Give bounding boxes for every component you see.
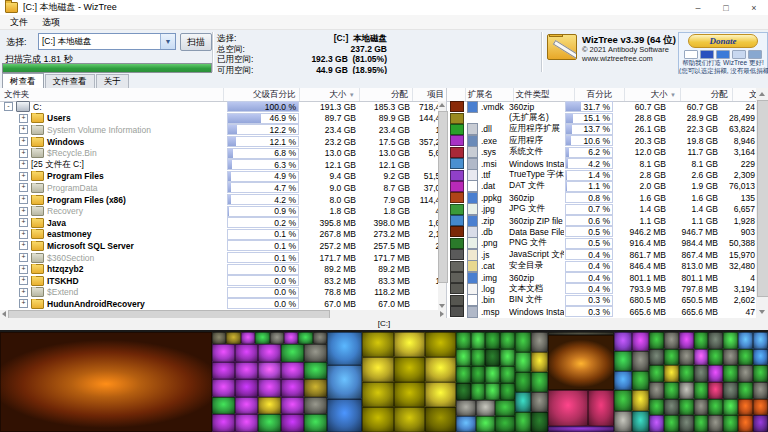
ext-row[interactable]: .img360zip0.4 %801.1 MB801.1 MB4 bbox=[447, 272, 756, 283]
treemap-cell[interactable] bbox=[500, 383, 515, 400]
treemap-cell[interactable] bbox=[235, 397, 258, 415]
treemap-cell[interactable] bbox=[679, 382, 694, 399]
treemap-cell[interactable] bbox=[471, 366, 486, 383]
tree-hscrollbar[interactable] bbox=[0, 310, 446, 318]
treemap-cell[interactable] bbox=[258, 362, 281, 380]
treemap-cell[interactable] bbox=[664, 382, 679, 399]
treemap-block[interactable] bbox=[304, 344, 327, 432]
tree-row[interactable]: +$Extend0.0 %78.8 MB118.2 MB2 bbox=[0, 287, 446, 299]
ext-row[interactable]: .cat安全目录0.4 %846.4 MB813.0 MB32,480 bbox=[447, 260, 756, 271]
treemap-block[interactable] bbox=[456, 332, 514, 400]
treemap-cell[interactable] bbox=[394, 332, 425, 357]
treemap-cell[interactable] bbox=[708, 365, 723, 382]
treemap-cell[interactable] bbox=[281, 414, 304, 432]
expand-icon[interactable]: + bbox=[19, 195, 28, 204]
expand-icon[interactable]: + bbox=[19, 265, 28, 274]
treemap-cell[interactable] bbox=[281, 397, 304, 415]
column-header-items[interactable]: 项目 bbox=[413, 88, 446, 101]
treemap-cell[interactable] bbox=[362, 407, 393, 432]
column-header-type[interactable]: 文件类型 bbox=[514, 88, 576, 101]
column-header-size[interactable]: 大小 ▼ bbox=[300, 88, 359, 101]
tree-row[interactable]: +Microsoft SQL Server0.1 %257.2 MB257.5 … bbox=[0, 240, 446, 252]
treemap-cell[interactable] bbox=[212, 332, 226, 344]
treemap-cell[interactable] bbox=[531, 352, 548, 372]
treemap-cell[interactable] bbox=[425, 382, 456, 407]
expand-icon[interactable]: + bbox=[19, 207, 28, 216]
treemap-cell[interactable] bbox=[485, 349, 500, 366]
treemap-cell[interactable] bbox=[362, 332, 393, 357]
treemap-block[interactable] bbox=[515, 332, 548, 432]
treemap-cell[interactable] bbox=[515, 372, 532, 392]
treemap-cell[interactable] bbox=[471, 349, 486, 366]
treemap-cell[interactable] bbox=[270, 332, 284, 344]
ext-row[interactable]: .sys系统文件6.2 %12.0 GB11.7 GB3,164 bbox=[447, 147, 756, 158]
treemap-cell[interactable] bbox=[362, 382, 393, 407]
tree-row[interactable]: +Recovery0.9 %1.8 GB1.8 GB44 bbox=[0, 205, 446, 217]
tab-关于[interactable]: 关于 bbox=[96, 74, 129, 88]
ext-row[interactable]: .dbData Base File0.5 %946.2 MB946.7 MB90… bbox=[447, 226, 756, 237]
treemap-cell[interactable] bbox=[708, 332, 723, 349]
treemap-cell[interactable] bbox=[241, 332, 255, 344]
treemap-block[interactable] bbox=[548, 335, 615, 390]
treemap-cell[interactable] bbox=[531, 332, 548, 352]
tree-row[interactable]: +Windows12.1 %23.2 GB17.5 GB357,28 bbox=[0, 136, 446, 148]
treemap-cell[interactable] bbox=[212, 379, 235, 397]
treemap-cell[interactable] bbox=[614, 411, 631, 432]
expand-icon[interactable]: + bbox=[19, 230, 28, 239]
close-button[interactable]: × bbox=[740, 3, 768, 13]
treemap-cell[interactable] bbox=[500, 366, 515, 383]
expand-icon[interactable]: + bbox=[19, 183, 28, 192]
tree-vscrollbar[interactable] bbox=[438, 101, 446, 310]
treemap-cell[interactable] bbox=[304, 362, 327, 380]
menu-item-file[interactable]: 文件 bbox=[3, 16, 35, 29]
treemap-cell[interactable] bbox=[500, 332, 515, 349]
maximize-button[interactable]: □ bbox=[712, 3, 740, 13]
ext-row[interactable]: .exe应用程序10.6 %20.3 GB19.8 GB8,946 bbox=[447, 135, 756, 146]
treemap-cell[interactable] bbox=[515, 412, 532, 432]
treemap-cell[interactable] bbox=[495, 400, 514, 416]
website-link[interactable]: www.wiztreefree.com bbox=[582, 54, 676, 63]
treemap-cell[interactable] bbox=[531, 412, 548, 432]
treemap-cell[interactable] bbox=[304, 379, 327, 397]
treemap-cell[interactable] bbox=[738, 365, 753, 382]
column-header-percent[interactable]: 父级百分比 bbox=[224, 88, 301, 101]
treemap[interactable] bbox=[0, 332, 768, 432]
treemap-cell[interactable] bbox=[649, 349, 664, 366]
ext-row[interactable]: .msiWindows Installer4.2 %8.1 GB8.1 GB22… bbox=[447, 158, 756, 169]
treemap-block[interactable] bbox=[614, 390, 649, 432]
treemap-cell[interactable] bbox=[495, 416, 514, 432]
treemap-cell[interactable] bbox=[476, 416, 495, 432]
tree-row[interactable]: -C:100.0 %191.3 GB185.3 GB718,49 bbox=[0, 101, 446, 113]
treemap-cell[interactable] bbox=[753, 382, 768, 399]
treemap-cell[interactable] bbox=[284, 332, 298, 344]
treemap-cell[interactable] bbox=[632, 371, 649, 390]
treemap-block[interactable] bbox=[212, 332, 327, 344]
tree-row[interactable]: +eastmoney0.1 %267.8 MB273.2 MB2,17 bbox=[0, 229, 446, 241]
treemap-cell[interactable] bbox=[281, 379, 304, 397]
expand-icon[interactable]: + bbox=[19, 137, 28, 146]
treemap-cell[interactable] bbox=[738, 415, 753, 432]
ext-row[interactable]: .zip360zip ZIP file0.6 %1.1 GB1.1 GB1,92… bbox=[447, 215, 756, 226]
expand-icon[interactable]: + bbox=[19, 160, 28, 169]
treemap-cell[interactable] bbox=[694, 365, 709, 382]
treemap-block[interactable] bbox=[588, 390, 615, 426]
treemap-cell[interactable] bbox=[327, 399, 362, 432]
treemap-cell[interactable] bbox=[708, 349, 723, 366]
tree-row[interactable]: +Program Files4.9 %9.4 GB9.2 GB51,58 bbox=[0, 171, 446, 183]
treemap-cell[interactable] bbox=[723, 415, 738, 432]
treemap-block[interactable] bbox=[649, 332, 768, 432]
treemap-cell[interactable] bbox=[226, 332, 240, 344]
ext-vscrollbar[interactable] bbox=[756, 88, 768, 318]
menu-item-options[interactable]: 选项 bbox=[35, 16, 67, 29]
treemap-cell[interactable] bbox=[394, 382, 425, 407]
treemap-cell[interactable] bbox=[708, 382, 723, 399]
treemap-block[interactable] bbox=[362, 332, 456, 432]
treemap-cell[interactable] bbox=[614, 351, 631, 370]
ext-row[interactable]: .jpgJPG 文件0.7 %1.4 GB1.4 GB6,657 bbox=[447, 204, 756, 215]
treemap-cell[interactable] bbox=[738, 332, 753, 349]
treemap-cell[interactable] bbox=[394, 357, 425, 382]
tree-row[interactable]: +ITSKHD0.0 %83.2 MB83.3 MB12 bbox=[0, 275, 446, 287]
expand-icon[interactable]: + bbox=[19, 276, 28, 285]
treemap-cell[interactable] bbox=[304, 344, 327, 362]
treemap-cell[interactable] bbox=[708, 399, 723, 416]
